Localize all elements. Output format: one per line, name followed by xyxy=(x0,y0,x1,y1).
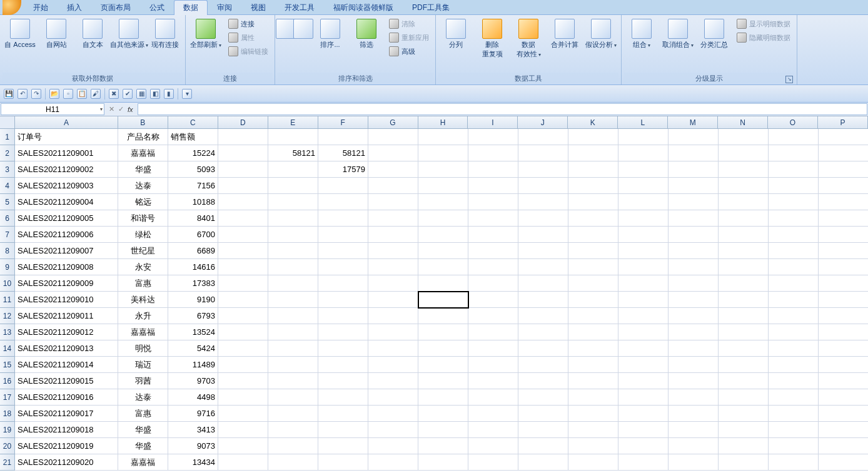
cell-J13[interactable] xyxy=(518,324,568,340)
cell-O17[interactable] xyxy=(769,389,819,406)
cell-C13[interactable]: 13524 xyxy=(168,324,218,340)
cell-J18[interactable] xyxy=(518,406,568,422)
cell-I7[interactable] xyxy=(468,227,518,243)
cell-C10[interactable]: 17383 xyxy=(168,275,218,292)
cell-B16[interactable]: 羽茜 xyxy=(118,373,168,389)
table-icon[interactable]: ▦ xyxy=(136,89,146,99)
existing-conn[interactable]: 现有连接 xyxy=(148,16,183,52)
from-web[interactable]: 自网站 xyxy=(39,16,74,52)
cell-I17[interactable] xyxy=(468,389,518,406)
cell-A13[interactable]: SALES20211209012 xyxy=(15,324,118,340)
cell-J3[interactable] xyxy=(518,161,568,178)
col-header-K[interactable]: K xyxy=(568,116,618,129)
cell-M1[interactable] xyxy=(669,129,719,145)
cell-P7[interactable] xyxy=(819,227,868,243)
cell-G10[interactable] xyxy=(368,275,418,292)
format-painter-icon[interactable]: 🖌 xyxy=(91,89,101,99)
cell-L1[interactable] xyxy=(618,129,669,145)
row-header-13[interactable]: 13 xyxy=(0,324,15,340)
cell-J21[interactable] xyxy=(518,454,568,471)
cell-N2[interactable] xyxy=(719,145,769,161)
cell-L14[interactable] xyxy=(618,340,669,357)
cell-I10[interactable] xyxy=(468,275,518,292)
cell-A8[interactable]: SALES20211209007 xyxy=(15,243,118,259)
cell-N20[interactable] xyxy=(719,438,769,454)
cell-E11[interactable] xyxy=(268,292,318,308)
col-header-N[interactable]: N xyxy=(718,116,768,129)
cell-D17[interactable] xyxy=(218,389,268,406)
cell-F8[interactable] xyxy=(318,243,368,259)
cell-N15[interactable] xyxy=(719,357,769,373)
row-header-7[interactable]: 7 xyxy=(0,227,15,243)
cell-I20[interactable] xyxy=(468,438,518,454)
cell-E3[interactable] xyxy=(268,161,318,178)
cell-G6[interactable] xyxy=(368,210,418,227)
cell-N4[interactable] xyxy=(719,178,769,194)
cell-D15[interactable] xyxy=(218,357,268,373)
cell-A6[interactable]: SALES20211209005 xyxy=(15,210,118,227)
cell-K10[interactable] xyxy=(568,275,618,292)
cell-N17[interactable] xyxy=(719,389,769,406)
text-to-cols[interactable]: 分列 xyxy=(438,16,473,52)
cell-M5[interactable] xyxy=(669,194,719,210)
cell-G2[interactable] xyxy=(368,145,418,161)
cell-L9[interactable] xyxy=(618,259,669,275)
cell-C12[interactable]: 6793 xyxy=(168,308,218,324)
cell-E9[interactable] xyxy=(268,259,318,275)
cell-K7[interactable] xyxy=(568,227,618,243)
cell-C2[interactable]: 15224 xyxy=(168,145,218,161)
cell-I19[interactable] xyxy=(468,422,518,438)
cell-D11[interactable] xyxy=(218,292,268,308)
col-header-O[interactable]: O xyxy=(768,116,818,129)
cell-P18[interactable] xyxy=(819,406,868,422)
redo-icon[interactable]: ↷ xyxy=(31,89,41,99)
tab-开始[interactable]: 开始 xyxy=(24,0,58,15)
cell-H12[interactable] xyxy=(418,308,468,324)
cell-B4[interactable]: 达泰 xyxy=(118,178,168,194)
cell-H19[interactable] xyxy=(418,422,468,438)
cell-E7[interactable] xyxy=(268,227,318,243)
ungroup[interactable]: 取消组合 xyxy=(660,16,695,52)
cell-M4[interactable] xyxy=(669,178,719,194)
cell-E8[interactable] xyxy=(268,243,318,259)
cell-F12[interactable] xyxy=(318,308,368,324)
cell-D18[interactable] xyxy=(218,406,268,422)
cell-N7[interactable] xyxy=(719,227,769,243)
filter[interactable]: 筛选 xyxy=(349,16,384,52)
cell-F2[interactable]: 58121 xyxy=(318,145,368,161)
cell-B12[interactable]: 永升 xyxy=(118,308,168,324)
cell-B17[interactable]: 达泰 xyxy=(118,389,168,406)
cell-J8[interactable] xyxy=(518,243,568,259)
cell-J6[interactable] xyxy=(518,210,568,227)
cell-H20[interactable] xyxy=(418,438,468,454)
fx-icon[interactable]: fx xyxy=(128,106,133,113)
cell-F9[interactable] xyxy=(318,259,368,275)
cell-K5[interactable] xyxy=(568,194,618,210)
cell-O11[interactable] xyxy=(769,292,819,308)
cell-K1[interactable] xyxy=(568,129,618,145)
delete-icon[interactable]: ✖ xyxy=(109,89,119,99)
cell-H7[interactable] xyxy=(418,227,468,243)
cell-P9[interactable] xyxy=(819,259,868,275)
cell-H1[interactable] xyxy=(418,129,468,145)
col-header-P[interactable]: P xyxy=(818,116,868,129)
cell-M14[interactable] xyxy=(669,340,719,357)
cell-A5[interactable]: SALES20211209004 xyxy=(15,194,118,210)
select-all-corner[interactable] xyxy=(0,116,15,129)
cell-E1[interactable] xyxy=(268,129,318,145)
cell-P16[interactable] xyxy=(819,373,868,389)
cell-K13[interactable] xyxy=(568,324,618,340)
row-header-12[interactable]: 12 xyxy=(0,308,15,324)
cell-G1[interactable] xyxy=(368,129,418,145)
sort[interactable]: 排序... xyxy=(313,16,348,52)
cell-A1[interactable]: 订单号 xyxy=(15,129,118,145)
cell-M11[interactable] xyxy=(669,292,719,308)
cell-D5[interactable] xyxy=(218,194,268,210)
cell-A7[interactable]: SALES20211209006 xyxy=(15,227,118,243)
cell-J19[interactable] xyxy=(518,422,568,438)
cell-M13[interactable] xyxy=(669,324,719,340)
cell-B9[interactable]: 永安 xyxy=(118,259,168,275)
cell-F21[interactable] xyxy=(318,454,368,471)
cell-A9[interactable]: SALES20211209008 xyxy=(15,259,118,275)
cell-B5[interactable]: 铭远 xyxy=(118,194,168,210)
